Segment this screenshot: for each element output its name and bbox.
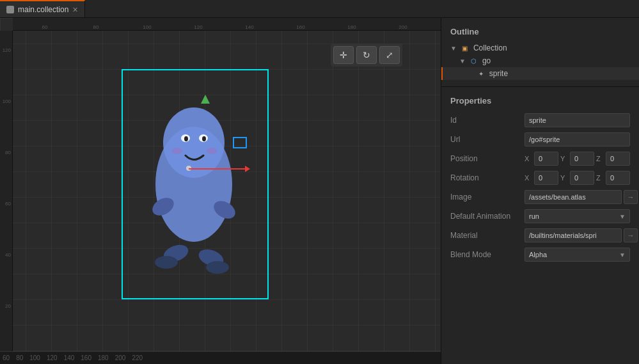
default-animation-value: run (529, 212, 539, 220)
prop-label-position: Position (450, 154, 521, 163)
material-input[interactable] (525, 228, 622, 242)
svg-point-12 (172, 148, 182, 154)
selection-handle[interactable] (233, 137, 247, 148)
position-z-input[interactable] (606, 152, 630, 166)
ruler-mark: 200 (398, 24, 407, 30)
dropdown-arrow-icon: ▼ (619, 251, 626, 258)
prop-value-rotation: X Y Z (525, 171, 630, 185)
property-id: Id (441, 111, 639, 130)
svg-point-10 (184, 136, 188, 141)
prop-value-default-animation: run ▼ (525, 209, 630, 223)
status-num: 180 (98, 354, 109, 361)
prop-value-material: → … (525, 228, 639, 242)
outline-item-go[interactable]: ▼ ⬡ go (441, 54, 639, 67)
scale-handle-top[interactable] (201, 95, 210, 104)
prop-label-image: Image (450, 193, 521, 202)
property-default-animation: Default Animation run ▼ (441, 207, 639, 226)
ruler-mark: 80 (5, 150, 11, 155)
main-layout: 60 80 100 120 140 160 180 200 120 100 80… (0, 18, 639, 364)
properties-section: Properties Id Url Position X (441, 87, 639, 364)
outline-label: go (482, 56, 491, 65)
property-material: Material → … (441, 226, 639, 245)
prop-label-default-animation: Default Animation (450, 212, 521, 221)
status-bar: 60 80 100 120 140 160 180 200 220 (0, 351, 441, 364)
y-label: Y (560, 155, 568, 162)
property-url: Url (441, 130, 639, 149)
rotation-z-input[interactable] (606, 171, 630, 185)
collection-tab-icon (6, 6, 14, 13)
ruler-mark: 80 (93, 24, 99, 30)
scale-icon: ⤢ (386, 50, 393, 60)
prop-value-url (525, 132, 630, 146)
svg-point-13 (207, 148, 217, 154)
image-navigate-button[interactable]: → (624, 190, 638, 204)
prop-value-position: X Y Z (525, 152, 630, 166)
prop-label-id: Id (450, 116, 521, 125)
chevron-icon: ▼ (459, 58, 466, 65)
move-tool-button[interactable]: ✛ (333, 46, 354, 64)
status-num: 120 (47, 354, 58, 361)
scale-tool-button[interactable]: ⤢ (379, 46, 400, 64)
viewport-toolbar: ✛ ↻ ⤢ (331, 44, 402, 67)
gizmo-x-axis[interactable] (189, 168, 246, 170)
outline-title: Outline (441, 24, 639, 42)
prop-label-url: Url (450, 135, 521, 144)
status-num: 160 (81, 354, 91, 361)
outline-label: sprite (489, 69, 508, 78)
outline-item-sprite[interactable]: ✦ sprite (441, 67, 639, 80)
id-input[interactable] (525, 113, 630, 127)
property-position: Position X Y Z (441, 149, 639, 168)
tab-close-button[interactable]: × (72, 5, 77, 14)
dropdown-arrow-icon: ▼ (619, 213, 626, 220)
blend-mode-dropdown[interactable]: Alpha ▼ (525, 248, 630, 262)
default-animation-dropdown[interactable]: run ▼ (525, 209, 630, 223)
tab-main-collection[interactable]: main.collection × (0, 0, 85, 17)
canvas-area[interactable] (13, 31, 441, 351)
tab-bar: main.collection × (0, 0, 639, 18)
tab-label: main.collection (18, 5, 68, 14)
ruler-mark: 100 (3, 99, 11, 104)
status-num: 140 (64, 354, 75, 361)
z-label: Z (596, 155, 604, 162)
ruler-mark: 20 (5, 303, 11, 309)
position-x-input[interactable] (534, 152, 558, 166)
status-num: 60 (3, 354, 10, 361)
property-image: Image → … (441, 187, 639, 207)
status-num: 220 (132, 354, 143, 361)
outline-item-collection[interactable]: ▼ ▣ Collection (441, 42, 639, 54)
rotation-x-input[interactable] (534, 171, 558, 185)
collection-icon: ▣ (461, 44, 469, 52)
material-navigate-button[interactable]: → (624, 228, 638, 242)
rotate-icon: ↻ (363, 50, 370, 60)
property-rotation: Rotation X Y Z (441, 168, 639, 187)
ruler-mark: 120 (194, 24, 202, 30)
ruler-mark: 120 (3, 47, 11, 53)
ruler-mark: 40 (5, 252, 11, 258)
ruler-horizontal: 60 80 100 120 140 160 180 200 (13, 18, 441, 31)
ruler-vertical: 120 100 80 60 40 20 (0, 31, 13, 351)
image-input[interactable] (525, 190, 622, 204)
outline-label: Collection (473, 44, 507, 52)
right-panel: Outline ▼ ▣ Collection ▼ ⬡ go ✦ sprite P… (441, 18, 639, 364)
prop-label-rotation: Rotation (450, 173, 521, 182)
z-label: Z (596, 174, 604, 182)
prop-value-blend-mode: Alpha ▼ (525, 248, 630, 262)
move-icon: ✛ (340, 50, 347, 60)
prop-value-id (525, 113, 630, 127)
position-y-input[interactable] (570, 152, 594, 166)
sprite-character[interactable] (138, 95, 249, 277)
x-label: X (525, 155, 532, 162)
viewport[interactable]: 60 80 100 120 140 160 180 200 120 100 80… (0, 18, 441, 364)
chevron-icon (471, 70, 473, 77)
prop-value-image: → … (525, 190, 639, 204)
prop-label-material: Material (450, 231, 521, 240)
rotation-y-input[interactable] (570, 171, 594, 185)
property-blend-mode: Blend Mode Alpha ▼ (441, 245, 639, 264)
url-input[interactable] (525, 132, 630, 146)
blend-mode-value: Alpha (529, 251, 547, 258)
ruler-mark: 60 (5, 201, 11, 207)
rotate-tool-button[interactable]: ↻ (356, 46, 377, 64)
go-icon: ⬡ (469, 56, 478, 65)
ruler-mark: 60 (42, 24, 48, 30)
svg-point-11 (202, 136, 206, 141)
